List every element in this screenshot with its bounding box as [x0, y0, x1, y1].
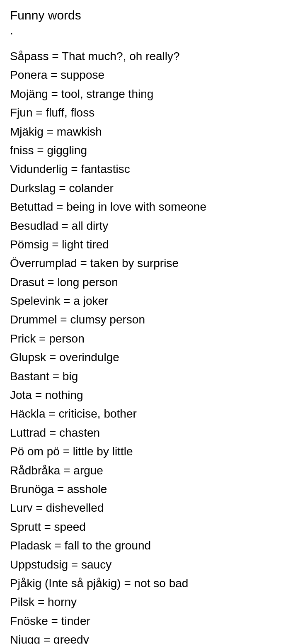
- list-item: Pilsk = horny: [10, 593, 295, 611]
- list-item: Durkslag = colander: [10, 179, 295, 197]
- list-item: Såpass = That much?, oh really?: [10, 47, 295, 65]
- list-item: Uppstudsig = saucy: [10, 556, 295, 574]
- list-item: Prick = person: [10, 330, 295, 348]
- list-item: Luttrad = chasten: [10, 424, 295, 442]
- list-item: Fjun = fluff, floss: [10, 104, 295, 122]
- list-item: Mjäkig = mawkish: [10, 123, 295, 141]
- word-list: Såpass = That much?, oh really?Ponera = …: [10, 47, 295, 644]
- list-item: Lurv = dishevelled: [10, 499, 295, 517]
- list-item: Pö om pö = little by little: [10, 442, 295, 460]
- list-item: Drasut = long person: [10, 273, 295, 291]
- list-item: Besudlad = all dirty: [10, 217, 295, 235]
- list-item: Pladask = fall to the ground: [10, 537, 295, 554]
- list-item: Bastant = big: [10, 367, 295, 385]
- list-item: Spelevink = a joker: [10, 292, 295, 310]
- list-item: Drummel = clumsy person: [10, 311, 295, 328]
- list-item: Vidunderlig = fantastisc: [10, 160, 295, 178]
- list-item: Glupsk = overindulge: [10, 348, 295, 366]
- list-item: Rådbråka = argue: [10, 462, 295, 479]
- list-item: fniss = giggling: [10, 141, 295, 159]
- list-item: Pjåkig (Inte så pjåkig) = not so bad: [10, 574, 295, 592]
- list-item: Betuttad = being in love with someone: [10, 198, 295, 216]
- dot: .: [10, 24, 295, 37]
- list-item: Brunöga = asshole: [10, 480, 295, 498]
- list-item: Sprutt = speed: [10, 518, 295, 536]
- list-item: Mojäng = tool, strange thing: [10, 85, 295, 103]
- list-item: Jota = nothing: [10, 386, 295, 404]
- list-item: Pömsig = light tired: [10, 236, 295, 253]
- list-item: Njugg = greedy: [10, 631, 295, 644]
- list-item: Överrumplad = taken by surprise: [10, 254, 295, 272]
- page-title: Funny words: [10, 8, 295, 22]
- list-item: Fnöske = tinder: [10, 612, 295, 630]
- list-item: Häckla = criticise, bother: [10, 405, 295, 423]
- list-item: Ponera = suppose: [10, 66, 295, 84]
